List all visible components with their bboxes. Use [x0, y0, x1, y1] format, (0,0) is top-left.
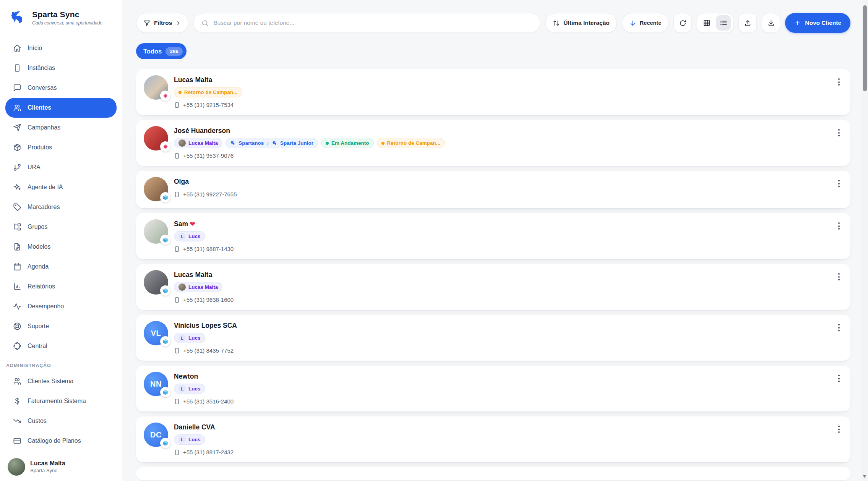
tag-status[interactable]: Em Andamento	[321, 138, 374, 148]
client-avatar	[144, 126, 168, 151]
sidebar-item-label: Central	[28, 343, 47, 350]
sidebar-item-central[interactable]: Central	[0, 336, 122, 356]
chevron-right-icon	[175, 20, 181, 26]
scrollbar-thumb[interactable]	[863, 5, 867, 91]
tag-funnel[interactable]: Spartanos›Sparta Junior	[226, 138, 318, 148]
sidebar-item-ura[interactable]: URA	[0, 157, 122, 177]
smartphone-icon	[13, 64, 21, 72]
client-phone: +55 (31) 99227-7655	[174, 191, 842, 198]
tag-owner[interactable]: LLucs	[174, 384, 205, 394]
upload-icon	[744, 19, 751, 27]
sidebar-item-suporte[interactable]: Suporte	[0, 316, 122, 336]
card-menu-button[interactable]	[837, 424, 841, 434]
sparkles-icon	[13, 183, 21, 191]
page-scrollbar[interactable]	[862, 0, 868, 481]
filter-chip-todos[interactable]: Todos 386	[136, 43, 187, 59]
client-card[interactable]: VL Vinicius Lopes SCA LLucs +55 (31) 843…	[136, 315, 850, 361]
sidebar-item-label: Relatórios	[28, 283, 55, 290]
sidebar-item-modelos[interactable]: Modelos	[0, 237, 122, 257]
tag-campaign[interactable]: Retorno de Campan...	[377, 138, 445, 148]
sidebar-item-clientes-sistema[interactable]: Clientes Sistema	[0, 371, 122, 391]
client-name: Lucas Malta	[174, 271, 842, 279]
phone-icon	[174, 246, 180, 252]
export-button[interactable]	[738, 13, 757, 33]
sidebar-item-relatorios[interactable]: Relatórios	[0, 277, 122, 296]
client-card-body: Lucas Malta Lucas Malta +55 (31) 9638-16…	[174, 270, 842, 303]
sidebar-item-catalogo-de-planos[interactable]: Catálogo de Planos	[0, 431, 122, 451]
file-pen-icon	[13, 243, 21, 251]
client-card[interactable]: Lucas Malta Lucas Malta +55 (31) 9638-16…	[136, 264, 850, 310]
search-input[interactable]	[213, 19, 532, 26]
list-view-button[interactable]	[716, 15, 731, 31]
client-card[interactable]: Olga +55 (31) 99227-7655	[136, 171, 850, 208]
sidebar-item-campanhas[interactable]: Campanhas	[0, 118, 122, 138]
client-phone: +55 (31) 8435-7752	[174, 347, 842, 354]
sidebar-item-agente-de-ia[interactable]: Agente de IA	[0, 177, 122, 197]
sidebar-item-label: Produtos	[28, 144, 52, 151]
phone-icon	[174, 348, 180, 354]
grid-view-button[interactable]	[699, 15, 714, 31]
client-name: Danielle CVA	[174, 423, 842, 431]
sidebar-item-marcadores[interactable]: Marcadores	[0, 197, 122, 217]
new-client-button[interactable]: Novo Cliente	[785, 13, 850, 33]
main-content: Filtros Última Interação	[122, 0, 868, 481]
client-phone: +55 (31) 9215-7534	[174, 102, 842, 108]
card-menu-button[interactable]	[837, 373, 841, 384]
sidebar-item-custos[interactable]: Custos	[0, 411, 122, 431]
card-menu-button[interactable]	[837, 128, 841, 138]
client-card-partial[interactable]	[136, 467, 850, 480]
sort-label: Última Interação	[563, 19, 610, 26]
sidebar-item-clientes[interactable]: Clientes	[5, 98, 117, 118]
download-button[interactable]	[762, 13, 780, 33]
card-menu-button[interactable]	[837, 322, 841, 333]
tag-row: Lucas MaltaSpartanos›Sparta JuniorEm And…	[174, 138, 842, 148]
client-card[interactable]: DC Danielle CVA LLucs +55 (31) 8817-2432	[136, 416, 850, 462]
tag-owner[interactable]: LLucs	[174, 231, 205, 241]
sidebar-item-label: Grupos	[28, 223, 47, 230]
sort-button[interactable]: Última Interação	[545, 13, 617, 33]
sidebar-item-instancias[interactable]: Instâncias	[0, 58, 122, 78]
sidebar-nav: Início Instâncias Conversas Clientes Cam…	[0, 33, 122, 452]
sidebar-item-desempenho[interactable]: Desempenho	[0, 296, 122, 316]
refresh-button[interactable]	[673, 13, 692, 33]
sidebar-item-produtos[interactable]: Produtos	[0, 138, 122, 157]
owner-initial-badge: L	[178, 334, 186, 342]
card-menu-button[interactable]	[837, 178, 841, 189]
client-card[interactable]: Sam ❤ LLucs +55 (31) 9887-1430	[136, 213, 850, 259]
heart-icon: ❤	[190, 220, 195, 227]
sidebar-item-inicio[interactable]: Início	[0, 38, 122, 58]
tag-row: LLucs	[174, 434, 842, 445]
sidebar-item-conversas[interactable]: Conversas	[0, 78, 122, 98]
tag-owner[interactable]: Lucas Malta	[174, 282, 222, 292]
sidebar-section-heading: ADMINISTRAÇÃO	[0, 356, 122, 371]
cube-badge-icon	[160, 285, 170, 296]
tag-owner[interactable]: LLucs	[174, 434, 205, 445]
status-dot	[326, 142, 329, 145]
spartan-helmet-icon	[272, 140, 277, 146]
sidebar-item-faturamento-sistema[interactable]: Faturamento Sistema	[0, 391, 122, 411]
client-card[interactable]: NN Newton LLucs +55 (31) 3516-2400	[136, 366, 850, 411]
sidebar-item-label: Conversas	[28, 84, 57, 91]
sidebar-item-label: Agente de IA	[28, 184, 63, 191]
app-title: Sparta Sync	[32, 10, 102, 19]
sidebar-item-agenda[interactable]: Agenda	[0, 257, 122, 277]
sidebar-item-label: Custos	[28, 418, 47, 424]
order-button[interactable]: Recente	[622, 13, 668, 33]
sidebar-item-grupos[interactable]: Grupos	[0, 217, 122, 237]
scroll-down-arrow[interactable]	[863, 475, 866, 478]
card-menu-button[interactable]	[837, 77, 841, 87]
sidebar-item-label: Marcadores	[28, 204, 60, 211]
client-card[interactable]: José Huanderson Lucas MaltaSpartanos›Spa…	[136, 120, 850, 166]
client-phone: +55 (31) 9638-1600	[174, 296, 842, 303]
tag-owner[interactable]: Lucas Malta	[174, 138, 222, 148]
tag-owner[interactable]: LLucs	[174, 333, 205, 343]
card-menu-button[interactable]	[837, 221, 841, 231]
card-menu-button[interactable]	[837, 272, 841, 282]
tag-campaign[interactable]: Retorno de Campan...	[174, 87, 242, 97]
cube-badge-icon	[160, 192, 170, 202]
filters-button[interactable]: Filtros	[136, 13, 188, 33]
sidebar-user[interactable]: Lucas Malta Sparta Sync	[0, 452, 122, 481]
client-card[interactable]: Lucas Malta Retorno de Campan... +55 (31…	[136, 69, 850, 115]
app-tagline: Cada conversa, uma oportunidade	[32, 20, 102, 26]
phone-icon	[174, 191, 180, 198]
